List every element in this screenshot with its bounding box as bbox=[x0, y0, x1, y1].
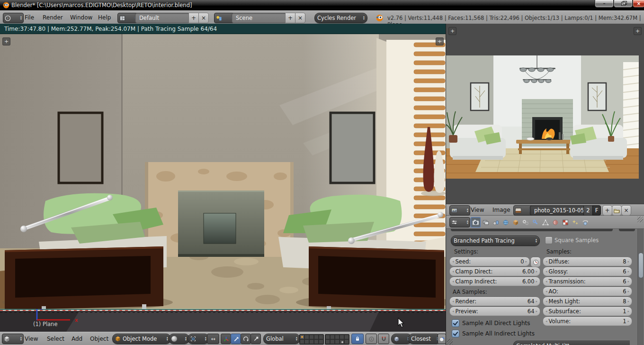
properties-scrollbar-thumb[interactable] bbox=[638, 253, 644, 278]
subsurface-samples-field[interactable]: ◂ Subsurface: 1 ▸ bbox=[543, 307, 632, 316]
stepper-left-arrow[interactable]: ◂ bbox=[452, 270, 454, 273]
tab-render[interactable] bbox=[471, 217, 481, 227]
snap-target-dropdown[interactable]: Closest ▴▾ bbox=[408, 334, 441, 344]
stepper-right-arrow[interactable]: ▸ bbox=[536, 300, 537, 303]
menu-view[interactable]: View bbox=[471, 207, 484, 213]
editor-type-button-properties[interactable]: ▴▾ bbox=[449, 217, 470, 227]
tab-physics[interactable] bbox=[580, 217, 590, 227]
stepper-left-arrow[interactable]: ◂ bbox=[452, 309, 454, 313]
image-users-count[interactable]: 2 bbox=[583, 205, 593, 216]
open-image-button[interactable] bbox=[612, 205, 622, 216]
editor-type-button-image[interactable]: ▴▾ bbox=[449, 205, 470, 216]
stepper-left-arrow[interactable]: ◂ bbox=[546, 309, 547, 313]
fake-user-button[interactable]: F bbox=[592, 205, 601, 216]
volume-samples-field[interactable]: ◂ Volume: 1 ▸ bbox=[543, 317, 632, 326]
stepper-left-arrow[interactable]: ◂ bbox=[546, 300, 547, 303]
new-image-button[interactable]: + bbox=[602, 205, 612, 216]
transform-orientation-dropdown[interactable]: Global ▴▾ bbox=[263, 334, 300, 344]
stepper-left-arrow[interactable]: ◂ bbox=[452, 300, 454, 303]
stepper-right-arrow[interactable]: ▸ bbox=[627, 290, 629, 293]
layer-cell[interactable] bbox=[300, 335, 304, 339]
stepper-right-arrow[interactable]: ▸ bbox=[536, 309, 537, 313]
viewport-shading-dropdown[interactable]: ▴▾ bbox=[169, 334, 189, 344]
viewport-corner-plus-right[interactable]: + bbox=[436, 37, 444, 45]
opengl-render-button[interactable] bbox=[438, 334, 446, 344]
image-name-field[interactable]: photo_2015-10-05_... bbox=[530, 205, 591, 216]
scene-name-field[interactable]: Scene bbox=[232, 13, 293, 23]
properties-scrollbar[interactable] bbox=[637, 229, 644, 345]
tab-world[interactable] bbox=[501, 217, 510, 227]
tab-texture[interactable] bbox=[560, 217, 570, 227]
tab-scene[interactable] bbox=[491, 217, 501, 227]
image-editor-corner-plus-right[interactable]: + bbox=[634, 27, 642, 35]
stepper-right-arrow[interactable]: ▸ bbox=[536, 280, 537, 283]
add-scene-button[interactable]: + bbox=[285, 13, 295, 23]
stepper-left-arrow[interactable]: ◂ bbox=[452, 260, 454, 263]
stepper-left-arrow[interactable]: ◂ bbox=[546, 290, 547, 293]
clamp-direct-field[interactable]: ◂ Clamp Direct: 6.00 ▸ bbox=[449, 267, 540, 276]
render-engine-dropdown[interactable]: Cycles Render ▴▾ bbox=[314, 13, 367, 23]
image-editor-canvas[interactable]: + + bbox=[446, 24, 644, 204]
ao-samples-field[interactable]: ◂ AO: 6 ▸ bbox=[543, 287, 632, 296]
sample-all-direct-lights-checkbox[interactable] bbox=[452, 319, 459, 327]
tab-render-layers[interactable] bbox=[481, 217, 491, 227]
pivot-point-dropdown[interactable]: ▴▾ bbox=[188, 334, 209, 344]
tab-particles[interactable] bbox=[570, 217, 580, 227]
diffuse-samples-field[interactable]: ◂ Diffuse: 8 ▸ bbox=[543, 257, 632, 266]
rotate-manipulator-button[interactable] bbox=[241, 334, 251, 344]
menu-render[interactable]: Render bbox=[43, 14, 63, 21]
menu-image[interactable]: Image bbox=[492, 207, 510, 213]
restore-button[interactable] bbox=[614, 0, 633, 8]
editor-type-button-3dview[interactable]: ▴▾ bbox=[2, 334, 24, 344]
stepper-right-arrow[interactable]: ▸ bbox=[536, 270, 537, 273]
viewport-corner-plus-left[interactable]: + bbox=[2, 37, 10, 45]
manipulator-axis-button[interactable] bbox=[221, 334, 231, 344]
layout-name-field[interactable]: Default bbox=[135, 13, 197, 23]
integrator-dropdown[interactable]: Branched Path Tracing ▴▾ bbox=[451, 236, 540, 246]
stepper-right-arrow[interactable]: ▸ bbox=[627, 260, 629, 263]
clamp-indirect-field[interactable]: ◂ Clamp Indirect: 6.00 ▸ bbox=[449, 277, 540, 286]
stepper-right-arrow[interactable]: ▸ bbox=[627, 309, 629, 313]
panel-corner-grip[interactable] bbox=[637, 217, 643, 222]
titlebar[interactable]: Blender* [C:\Users\marcos.EDIGTMO\Deskto… bbox=[0, 0, 644, 10]
manipulator-toggle-button[interactable]: ↔ bbox=[207, 334, 219, 344]
tab-object[interactable] bbox=[510, 217, 520, 227]
layers-group-1[interactable] bbox=[299, 334, 324, 345]
aa-render-field[interactable]: ◂ Render: 64 ▸ bbox=[449, 297, 540, 306]
menu-help[interactable]: Help bbox=[98, 14, 111, 21]
stepper-left-arrow[interactable]: ◂ bbox=[546, 319, 547, 323]
mesh-light-samples-field[interactable]: ◂ Mesh Light: 8 ▸ bbox=[543, 297, 632, 306]
translate-manipulator-button[interactable] bbox=[231, 334, 241, 344]
delete-layout-button[interactable]: × bbox=[198, 13, 209, 23]
sampling-pattern-dropdown-clipped[interactable]: Correlated Multi-Jitt ▴ bbox=[513, 341, 630, 345]
layers-group-2[interactable] bbox=[325, 334, 349, 345]
viewport-below-camera-area[interactable]: z x (1) Plane bbox=[0, 309, 446, 332]
panel-corner-grip[interactable] bbox=[447, 339, 453, 345]
delete-scene-button[interactable]: × bbox=[295, 13, 305, 23]
seed-field[interactable]: ◂ Seed: 0 ▸ bbox=[449, 257, 530, 266]
menu-file[interactable]: File bbox=[25, 14, 34, 21]
menu-select[interactable]: Select bbox=[47, 336, 64, 342]
menu-view[interactable]: View bbox=[25, 336, 38, 342]
stepper-right-arrow[interactable]: ▸ bbox=[627, 270, 629, 273]
stepper-left-arrow[interactable]: ◂ bbox=[546, 270, 547, 273]
stepper-right-arrow[interactable]: ▸ bbox=[627, 280, 629, 283]
mode-dropdown[interactable]: Object Mode ▴▾ bbox=[112, 334, 171, 344]
image-editor-corner-plus-left[interactable]: + bbox=[448, 27, 456, 35]
lock-to-scene-button[interactable] bbox=[351, 334, 364, 344]
minimize-button[interactable]: – bbox=[595, 0, 614, 8]
tab-material[interactable] bbox=[550, 217, 560, 227]
viewport-3d[interactable]: + + bbox=[0, 34, 446, 309]
menu-add[interactable]: Add bbox=[72, 336, 82, 342]
stepper-right-arrow[interactable]: ▸ bbox=[627, 300, 629, 303]
stepper-left-arrow[interactable]: ◂ bbox=[546, 260, 547, 263]
square-samples-checkbox[interactable] bbox=[545, 236, 553, 244]
layer-cell[interactable] bbox=[340, 339, 344, 344]
stepper-right-arrow[interactable]: ▸ bbox=[525, 260, 527, 263]
tab-constraints[interactable] bbox=[520, 217, 530, 227]
stepper-left-arrow[interactable]: ◂ bbox=[546, 280, 547, 283]
stepper-left-arrow[interactable]: ◂ bbox=[452, 280, 454, 283]
seed-animate-button[interactable] bbox=[530, 257, 541, 267]
snap-toggle-button[interactable] bbox=[378, 334, 389, 344]
glossy-samples-field[interactable]: ◂ Glossy: 6 ▸ bbox=[543, 267, 632, 276]
